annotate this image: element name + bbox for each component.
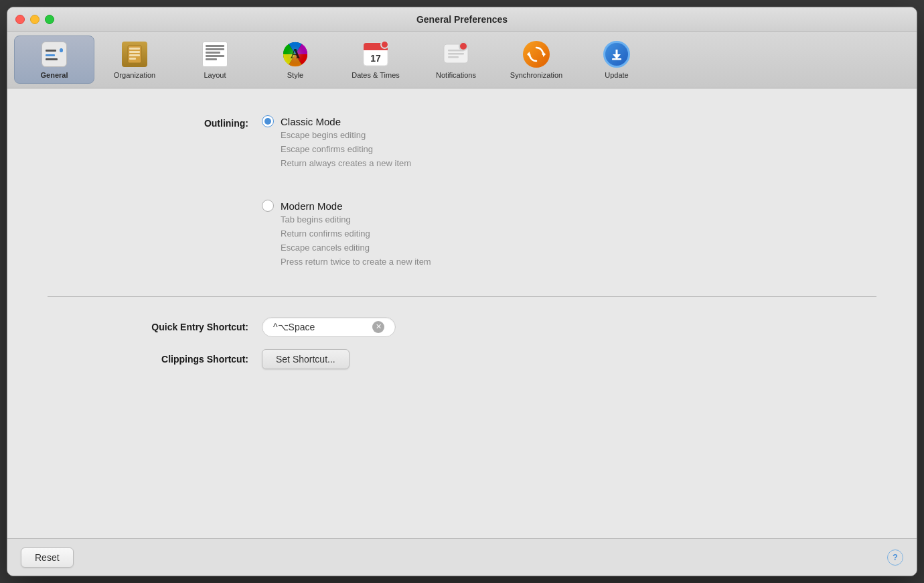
sync-icon <box>522 40 550 68</box>
modern-mode-group: Modern Mode Tab begins editing Return co… <box>262 200 876 269</box>
window: General Preferences Gen <box>7 7 917 576</box>
window-controls <box>15 15 54 24</box>
quick-entry-value: ^⌥Space <box>273 322 315 332</box>
maximize-button[interactable] <box>45 15 54 24</box>
layout-label: Layout <box>204 71 226 79</box>
classic-mode-radio[interactable] <box>262 115 274 127</box>
tab-general[interactable]: General <box>14 36 94 84</box>
modern-desc-2: Return confirms editing <box>281 229 370 239</box>
dates-label: Dates & Times <box>352 71 400 79</box>
notifications-icon <box>442 40 470 68</box>
quick-entry-input[interactable]: ^⌥Space ✕ <box>262 317 396 337</box>
quick-entry-label: Quick Entry Shortcut: <box>48 322 262 332</box>
classic-mode-group: Classic Mode Escape begins editing Escap… <box>262 115 876 170</box>
general-label: General <box>41 71 68 79</box>
tab-update[interactable]: Update <box>576 36 657 84</box>
clippings-row: Clippings Shortcut: Set Shortcut... <box>48 349 876 369</box>
titlebar: General Preferences <box>7 7 917 31</box>
clippings-label: Clippings Shortcut: <box>48 354 262 365</box>
layout-icon <box>201 40 229 68</box>
classic-desc-1: Escape begins editing <box>281 130 366 140</box>
organization-icon <box>121 40 149 68</box>
minimize-button[interactable] <box>30 15 40 24</box>
svg-rect-1 <box>129 48 140 50</box>
modern-mode-desc: Tab begins editing Return confirms editi… <box>281 213 876 269</box>
modern-desc-1: Tab begins editing <box>281 214 351 224</box>
general-icon <box>40 40 68 68</box>
update-label: Update <box>605 71 628 79</box>
set-clippings-shortcut-button[interactable]: Set Shortcut... <box>262 349 350 369</box>
modern-mode-radio[interactable] <box>262 200 274 212</box>
radio-inner-classic <box>264 118 271 125</box>
sync-label: Synchronization <box>510 71 562 79</box>
update-icon <box>603 40 631 68</box>
classic-mode-label: Classic Mode <box>281 116 341 127</box>
divider <box>48 296 876 297</box>
svg-marker-19 <box>613 54 621 59</box>
quick-entry-row: Quick Entry Shortcut: ^⌥Space ✕ <box>48 317 876 337</box>
svg-text:17: 17 <box>370 53 381 64</box>
svg-rect-4 <box>129 58 136 60</box>
tab-notifications[interactable]: Notifications <box>416 36 496 84</box>
svg-rect-3 <box>129 54 140 56</box>
classic-mode-desc: Escape begins editing Escape confirms ed… <box>281 129 876 170</box>
modern-mode-label: Modern Mode <box>281 200 343 212</box>
modern-desc-3: Escape cancels editing <box>281 243 370 253</box>
style-label: Style <box>287 71 303 79</box>
content-area: Outlining: Classic Mode Escape begins ed… <box>7 88 917 538</box>
quick-entry-clear-button[interactable]: ✕ <box>372 321 384 333</box>
outlining-control: Classic Mode Escape begins editing Escap… <box>262 115 876 283</box>
help-button[interactable]: ? <box>887 549 903 566</box>
tab-layout[interactable]: Layout <box>175 36 255 84</box>
svg-marker-17 <box>527 52 530 57</box>
window-title: General Preferences <box>416 14 508 25</box>
svg-rect-20 <box>612 58 621 60</box>
bottom-bar: Reset ? <box>7 538 917 576</box>
svg-rect-2 <box>129 51 140 53</box>
dates-icon: 17 <box>362 40 390 68</box>
organization-label: Organization <box>114 71 155 79</box>
classic-mode-option[interactable]: Classic Mode <box>262 115 876 127</box>
outlining-row: Outlining: Classic Mode Escape begins ed… <box>48 115 876 283</box>
svg-rect-15 <box>448 56 459 58</box>
tab-style[interactable]: A Style <box>255 36 335 84</box>
reset-button[interactable]: Reset <box>21 547 74 568</box>
notifications-label: Notifications <box>436 71 476 79</box>
modern-desc-4: Press return twice to create a new item <box>281 257 431 267</box>
style-icon: A <box>281 40 309 68</box>
outlining-label: Outlining: <box>48 115 262 129</box>
svg-text:A: A <box>291 46 301 61</box>
classic-desc-3: Return always creates a new item <box>281 158 411 168</box>
tab-dates-times[interactable]: 17 Dates & Times <box>335 36 416 84</box>
close-button[interactable] <box>15 15 25 24</box>
svg-marker-16 <box>543 52 546 57</box>
modern-mode-option[interactable]: Modern Mode <box>262 200 876 212</box>
classic-desc-2: Escape confirms editing <box>281 144 373 154</box>
tab-synchronization[interactable]: Synchronization <box>496 36 576 84</box>
svg-rect-14 <box>448 53 464 55</box>
tab-organization[interactable]: Organization <box>94 36 175 84</box>
toolbar: General Organization <box>7 31 917 88</box>
